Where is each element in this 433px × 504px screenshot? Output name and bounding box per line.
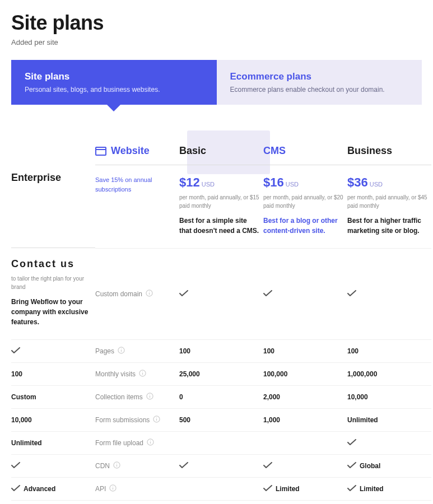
price-best-basic: Best for a simple site that doesn't need… [179, 216, 260, 236]
tab-ecommerce-plans[interactable]: Ecommerce plans Ecommerce plans enable c… [217, 60, 422, 105]
feature-value-text: 1,000,000 [347, 370, 377, 378]
svg-point-4 [149, 291, 150, 292]
feature-collection_items-enterprise: 10,000 [11, 408, 95, 431]
info-icon[interactable] [109, 484, 117, 493]
check-icon [11, 462, 20, 470]
feature-value-text: Unlimited [11, 439, 42, 447]
feature-text: Form submissions [95, 416, 150, 424]
feature-value-text: 10,000 [347, 393, 368, 401]
svg-point-19 [150, 440, 151, 441]
feature-form_file_upload-cms [263, 431, 347, 454]
price-best-cms: Best for a blog or other content-driven … [263, 216, 344, 236]
plan-header-basic: Basic [179, 138, 263, 165]
feature-cdn-enterprise: Advanced [11, 477, 95, 500]
price-best-enterprise: Bring Webflow to your company with exclu… [11, 297, 92, 327]
tab-site-title: Site plans [25, 71, 203, 82]
check-icon [263, 290, 272, 298]
info-icon[interactable] [153, 416, 160, 424]
feature-form_file_upload-business [347, 431, 431, 454]
svg-point-7 [121, 348, 122, 349]
page-title: Site plans [11, 11, 422, 35]
price-value-business: $36 [347, 175, 368, 190]
feature-api-basic [179, 477, 263, 500]
check-icon [11, 347, 20, 356]
price-basic: $12USD per month, paid annually, or $15 … [179, 165, 263, 248]
feature-label-pages: Pages [95, 339, 179, 362]
browser-icon [95, 147, 106, 156]
check-icon [347, 439, 356, 447]
tab-site-plans[interactable]: Site plans Personal sites, blogs, and bu… [11, 60, 217, 105]
svg-point-16 [156, 417, 157, 418]
feature-form_file_upload-enterprise [11, 454, 95, 477]
feature-monthly_visits-enterprise: Custom [11, 385, 95, 408]
price-value-basic: $12 [179, 175, 200, 190]
check-icon [263, 462, 272, 470]
feature-custom_domain-enterprise [11, 339, 95, 362]
feature-text: Monthly visits [95, 370, 136, 378]
feature-collection_items-business: 10,000 [347, 385, 431, 408]
feature-content_editors-basic [179, 500, 263, 504]
feature-text: Form file upload [95, 439, 143, 447]
price-best-business: Best for a higher traffic marketing site… [347, 216, 428, 236]
price-sub-enterprise: to tailor the right plan for your brand [11, 274, 92, 291]
feature-value-text: 100 [263, 347, 274, 355]
info-icon[interactable] [118, 347, 125, 356]
feature-value-text: 0 [179, 393, 183, 401]
check-icon [347, 462, 356, 470]
tab-ecom-desc: Ecommerce plans enable checkout on your … [230, 86, 409, 94]
page-subtitle: Added per site [11, 38, 422, 46]
feature-value-text: Custom [11, 393, 36, 401]
info-icon[interactable] [146, 393, 153, 402]
plan-header-business: Business [347, 138, 431, 165]
feature-api-enterprise: Unlimited [11, 500, 95, 504]
price-business: $36USD per month, paid annually, or $45 … [347, 165, 431, 248]
feature-content_editors-cms: 3 [263, 500, 347, 504]
price-enterprise: Contact us to tailor the right plan for … [11, 248, 95, 339]
feature-label-cdn: CDN [95, 454, 179, 477]
check-icon [347, 290, 356, 298]
feature-value-text: 1,000 [263, 416, 280, 424]
check-icon [263, 485, 272, 493]
feature-monthly_visits-business: 1,000,000 [347, 362, 431, 385]
info-icon[interactable] [139, 370, 146, 379]
check-icon [11, 485, 20, 493]
feature-form_submissions-cms: 1,000 [263, 408, 347, 431]
check-icon [347, 485, 356, 493]
feature-cdn-basic [179, 454, 263, 477]
feature-value-text: Advanced [24, 485, 55, 493]
feature-cdn-business: Global [347, 454, 431, 477]
info-icon[interactable] [147, 438, 154, 447]
feature-label-collection_items: Collection items [95, 385, 179, 408]
tab-site-desc: Personal sites, blogs, and business webs… [25, 86, 203, 94]
feature-collection_items-cms: 2,000 [263, 385, 347, 408]
check-icon [179, 290, 188, 298]
feature-pages-enterprise: 100 [11, 362, 95, 385]
feature-value-text: Global [360, 462, 380, 470]
price-cur-business: USD [370, 181, 383, 188]
category-header: Website [95, 138, 179, 165]
feature-monthly_visits-basic: 25,000 [179, 362, 263, 385]
feature-text: CDN [95, 462, 110, 470]
feature-pages-basic: 100 [179, 339, 263, 362]
feature-value-text: Limited [276, 485, 300, 493]
info-icon[interactable] [113, 461, 120, 470]
svg-point-22 [117, 463, 117, 464]
price-sub-cms: per month, paid annually, or $20 paid mo… [263, 193, 344, 210]
feature-label-monthly_visits: Monthly visits [95, 362, 179, 385]
info-icon[interactable] [146, 290, 153, 298]
category-label: Website [111, 145, 150, 157]
feature-value-text: Limited [360, 485, 384, 493]
feature-value-text: 10,000 [11, 416, 32, 424]
price-cur-cms: USD [286, 181, 299, 188]
price-value-cms: $16 [263, 175, 284, 190]
svg-rect-0 [96, 147, 106, 155]
plan-header-enterprise: Enterprise [11, 165, 95, 248]
feature-label-form_submissions: Form submissions [95, 408, 179, 431]
price-contact-enterprise[interactable]: Contact us [11, 258, 92, 270]
svg-point-13 [150, 394, 150, 395]
feature-custom_domain-cms [263, 248, 347, 339]
feature-content_editors-business: 10 [347, 500, 431, 504]
feature-custom_domain-basic [179, 248, 263, 339]
feature-label-api: API [95, 477, 179, 500]
feature-value-text: Unlimited [347, 416, 378, 424]
